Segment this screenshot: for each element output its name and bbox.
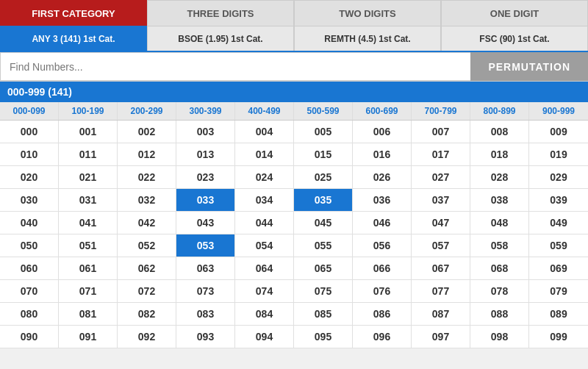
number-cell-012[interactable]: 012 xyxy=(118,143,176,166)
number-cell-081[interactable]: 081 xyxy=(59,303,118,326)
number-cell-051[interactable]: 051 xyxy=(59,234,118,257)
number-cell-021[interactable]: 021 xyxy=(59,166,118,189)
permutation-button[interactable]: PERMUTATION xyxy=(470,52,588,81)
number-cell-035[interactable]: 035 xyxy=(294,189,353,212)
number-cell-028[interactable]: 028 xyxy=(470,166,529,189)
col-header-200-299[interactable]: 200-299 xyxy=(118,102,176,120)
number-cell-076[interactable]: 076 xyxy=(353,280,412,303)
number-cell-063[interactable]: 063 xyxy=(176,257,235,280)
number-cell-011[interactable]: 011 xyxy=(59,143,118,166)
number-cell-008[interactable]: 008 xyxy=(470,121,529,143)
number-cell-036[interactable]: 036 xyxy=(353,189,412,212)
number-cell-007[interactable]: 007 xyxy=(412,121,470,143)
sub-nav-item-fsc[interactable]: FSC (90) 1st Cat. xyxy=(441,26,588,51)
number-cell-057[interactable]: 057 xyxy=(412,234,470,257)
number-cell-078[interactable]: 078 xyxy=(470,280,529,303)
number-cell-079[interactable]: 079 xyxy=(529,280,588,303)
number-cell-025[interactable]: 025 xyxy=(294,166,353,189)
number-cell-093[interactable]: 093 xyxy=(176,326,235,348)
number-cell-080[interactable]: 080 xyxy=(0,303,59,326)
number-cell-070[interactable]: 070 xyxy=(0,280,59,303)
number-cell-042[interactable]: 042 xyxy=(118,212,176,234)
number-cell-041[interactable]: 041 xyxy=(59,212,118,234)
number-cell-062[interactable]: 062 xyxy=(118,257,176,280)
top-nav-item-three-digits[interactable]: THREE DIGITS xyxy=(147,0,294,26)
number-cell-039[interactable]: 039 xyxy=(529,189,588,212)
col-header-100-199[interactable]: 100-199 xyxy=(59,102,118,120)
number-cell-077[interactable]: 077 xyxy=(412,280,470,303)
number-cell-045[interactable]: 045 xyxy=(294,212,353,234)
number-cell-056[interactable]: 056 xyxy=(353,234,412,257)
number-cell-052[interactable]: 052 xyxy=(118,234,176,257)
number-cell-046[interactable]: 046 xyxy=(353,212,412,234)
number-cell-091[interactable]: 091 xyxy=(59,326,118,348)
number-cell-082[interactable]: 082 xyxy=(118,303,176,326)
number-cell-017[interactable]: 017 xyxy=(412,143,470,166)
number-cell-030[interactable]: 030 xyxy=(0,189,59,212)
number-cell-060[interactable]: 060 xyxy=(0,257,59,280)
number-cell-048[interactable]: 048 xyxy=(470,212,529,234)
number-cell-050[interactable]: 050 xyxy=(0,234,59,257)
number-cell-065[interactable]: 065 xyxy=(294,257,353,280)
sub-nav-item-bsoe[interactable]: BSOE (1.95) 1st Cat. xyxy=(147,26,294,51)
top-nav-item-one-digit[interactable]: ONE DIGIT xyxy=(441,0,588,26)
number-cell-054[interactable]: 054 xyxy=(235,234,294,257)
number-cell-014[interactable]: 014 xyxy=(235,143,294,166)
sub-nav-item-any3[interactable]: ANY 3 (141) 1st Cat. xyxy=(0,26,147,51)
number-cell-038[interactable]: 038 xyxy=(470,189,529,212)
number-cell-068[interactable]: 068 xyxy=(470,257,529,280)
number-cell-027[interactable]: 027 xyxy=(412,166,470,189)
col-header-300-399[interactable]: 300-399 xyxy=(176,102,235,120)
number-cell-074[interactable]: 074 xyxy=(235,280,294,303)
number-cell-066[interactable]: 066 xyxy=(353,257,412,280)
number-cell-097[interactable]: 097 xyxy=(412,326,470,348)
number-cell-090[interactable]: 090 xyxy=(0,326,59,348)
search-input[interactable] xyxy=(0,52,470,81)
number-cell-075[interactable]: 075 xyxy=(294,280,353,303)
number-cell-029[interactable]: 029 xyxy=(529,166,588,189)
number-cell-059[interactable]: 059 xyxy=(529,234,588,257)
number-cell-040[interactable]: 040 xyxy=(0,212,59,234)
number-cell-088[interactable]: 088 xyxy=(470,303,529,326)
number-cell-020[interactable]: 020 xyxy=(0,166,59,189)
number-cell-086[interactable]: 086 xyxy=(353,303,412,326)
col-header-000-099[interactable]: 000-099 xyxy=(0,102,59,120)
number-cell-001[interactable]: 001 xyxy=(59,121,118,143)
number-cell-000[interactable]: 000 xyxy=(0,121,59,143)
number-cell-092[interactable]: 092 xyxy=(118,326,176,348)
number-cell-087[interactable]: 087 xyxy=(412,303,470,326)
number-cell-032[interactable]: 032 xyxy=(118,189,176,212)
col-header-400-499[interactable]: 400-499 xyxy=(235,102,294,120)
number-cell-055[interactable]: 055 xyxy=(294,234,353,257)
number-cell-064[interactable]: 064 xyxy=(235,257,294,280)
number-cell-013[interactable]: 013 xyxy=(176,143,235,166)
number-cell-084[interactable]: 084 xyxy=(235,303,294,326)
number-cell-072[interactable]: 072 xyxy=(118,280,176,303)
number-cell-049[interactable]: 049 xyxy=(529,212,588,234)
number-cell-003[interactable]: 003 xyxy=(176,121,235,143)
number-cell-098[interactable]: 098 xyxy=(470,326,529,348)
number-cell-069[interactable]: 069 xyxy=(529,257,588,280)
number-cell-085[interactable]: 085 xyxy=(294,303,353,326)
number-cell-005[interactable]: 005 xyxy=(294,121,353,143)
number-cell-002[interactable]: 002 xyxy=(118,121,176,143)
number-cell-094[interactable]: 094 xyxy=(235,326,294,348)
number-cell-034[interactable]: 034 xyxy=(235,189,294,212)
number-cell-023[interactable]: 023 xyxy=(176,166,235,189)
top-nav-item-two-digits[interactable]: TWO DIGITS xyxy=(294,0,441,26)
number-cell-053[interactable]: 053 xyxy=(176,234,235,257)
number-cell-073[interactable]: 073 xyxy=(176,280,235,303)
number-cell-018[interactable]: 018 xyxy=(470,143,529,166)
number-cell-006[interactable]: 006 xyxy=(353,121,412,143)
top-nav-item-first-category[interactable]: FIRST CATEGORY xyxy=(0,0,147,26)
number-cell-095[interactable]: 095 xyxy=(294,326,353,348)
number-cell-043[interactable]: 043 xyxy=(176,212,235,234)
col-header-700-799[interactable]: 700-799 xyxy=(412,102,470,120)
number-cell-009[interactable]: 009 xyxy=(529,121,588,143)
number-cell-010[interactable]: 010 xyxy=(0,143,59,166)
number-cell-024[interactable]: 024 xyxy=(235,166,294,189)
number-cell-033[interactable]: 033 xyxy=(176,189,235,212)
number-cell-099[interactable]: 099 xyxy=(529,326,588,348)
col-header-600-699[interactable]: 600-699 xyxy=(353,102,412,120)
number-cell-037[interactable]: 037 xyxy=(412,189,470,212)
